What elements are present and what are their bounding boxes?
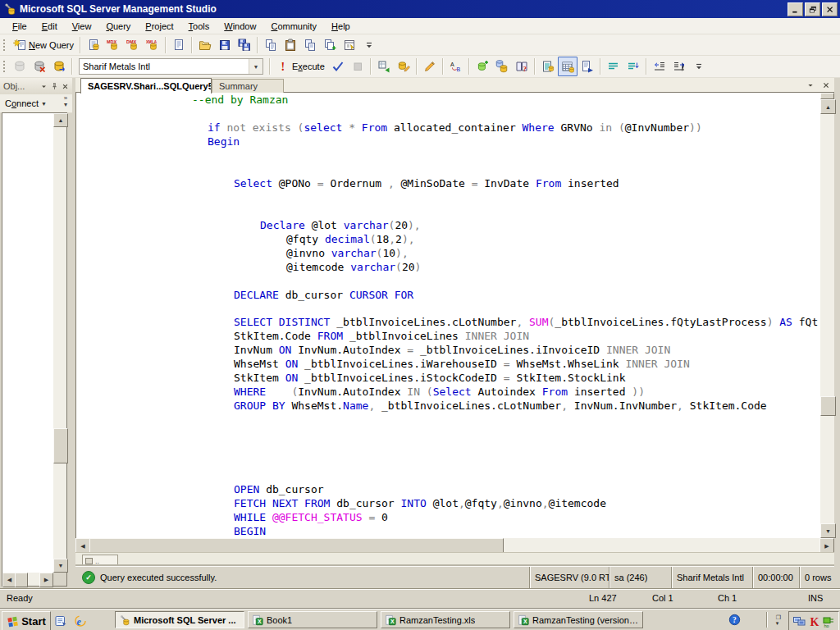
panel-close-icon[interactable]: [60, 81, 71, 92]
include-client-statistics-icon[interactable]: [492, 57, 512, 76]
menu-tools[interactable]: Tools: [181, 20, 217, 33]
query-options-icon[interactable]: ?: [512, 57, 532, 76]
internet-explorer-icon[interactable]: e: [72, 613, 88, 628]
split-window-handle[interactable]: [820, 93, 834, 99]
insert-mode-indicator: INS: [808, 593, 823, 603]
scroll-up-button[interactable]: [820, 99, 836, 114]
menu-view[interactable]: View: [65, 20, 99, 33]
show-desktop-icon[interactable]: [52, 613, 68, 628]
collapsed-pane-tab[interactable]: ..: [82, 555, 118, 566]
kaspersky-tray-icon[interactable]: K: [807, 614, 820, 628]
document-tab-1[interactable]: SAGESRV.Shari...SQLQuery5.sql*: [80, 78, 212, 94]
code-line: @invno varchar(10),: [286, 247, 409, 260]
results-pane-strip: ..: [75, 552, 834, 567]
menu-project[interactable]: Project: [138, 20, 180, 33]
scroll-up-button[interactable]: [53, 113, 68, 127]
minimize-button[interactable]: [788, 2, 803, 16]
menu-window[interactable]: Window: [217, 20, 263, 33]
toolbar-overflow-icon[interactable]: [359, 35, 379, 55]
results-to-text-icon[interactable]: [538, 57, 558, 76]
chevron-down-icon: ▼: [41, 101, 47, 107]
menu-query[interactable]: Query: [98, 20, 138, 33]
increase-indent-icon[interactable]: [669, 57, 689, 76]
new-xmla-query-icon[interactable]: XMLA: [143, 35, 162, 55]
decrease-indent-icon[interactable]: [650, 57, 669, 76]
menu-community[interactable]: Community: [263, 20, 324, 33]
open-folder-icon[interactable]: [195, 35, 215, 55]
panel-horizontal-scrollbar[interactable]: [2, 573, 53, 586]
code-line: Select @PONo = Ordernum , @MinSoDate = I…: [234, 177, 619, 190]
source-control-get-icon[interactable]: [261, 35, 281, 55]
close-document-icon[interactable]: [820, 80, 831, 90]
menu-edit[interactable]: Edit: [34, 20, 65, 33]
taskbar-task-2[interactable]: XBook1: [248, 611, 377, 628]
scroll-thumb[interactable]: [15, 573, 28, 587]
close-button[interactable]: [822, 2, 838, 16]
code-editor[interactable]: --end by Ramzanif not exists (select * F…: [75, 93, 820, 538]
results-to-file-icon[interactable]: [578, 57, 597, 76]
editor-horizontal-scrollbar[interactable]: [75, 538, 834, 552]
new-dmx-query-icon[interactable]: DMX: [123, 35, 143, 55]
uncomment-selection-icon[interactable]: [623, 57, 643, 76]
taskbar-task-4[interactable]: XRamzanTesting (version ...: [514, 611, 643, 628]
cancel-query-icon[interactable]: [348, 57, 368, 76]
pin-icon[interactable]: [49, 81, 60, 92]
database-selector[interactable]: Sharif Metals Intl▼: [79, 58, 263, 75]
line-indicator: Ln 427: [589, 593, 617, 603]
include-actual-plan-icon[interactable]: [472, 57, 492, 76]
properties-window-icon[interactable]: [340, 35, 359, 55]
svg-text:A: A: [450, 62, 454, 67]
scroll-down-button[interactable]: [53, 559, 68, 573]
design-query-in-editor-icon[interactable]: [420, 57, 440, 76]
execute-button[interactable]: !Execute: [273, 57, 328, 75]
code-line: BEGIN: [234, 525, 266, 538]
source-control-checkin-icon[interactable]: [300, 35, 320, 55]
code-line: @fqty decimal(18,2),: [286, 233, 415, 246]
editor-vertical-scrollbar[interactable]: [820, 93, 834, 538]
parse-query-icon[interactable]: [328, 57, 348, 76]
open-file-icon[interactable]: [169, 35, 189, 55]
panel-menu-icon[interactable]: [39, 81, 49, 92]
change-connection-icon[interactable]: [49, 57, 69, 76]
taskbar-task-1[interactable]: Microsoft SQL Server ...: [115, 611, 244, 628]
disconnect-icon[interactable]: [30, 57, 49, 76]
network-computers-tray-icon[interactable]: [792, 614, 806, 628]
panel-toolbar-overflow[interactable]: »▾: [61, 95, 71, 108]
scroll-thumb[interactable]: [53, 428, 68, 463]
toolbar-overflow-icon[interactable]: [689, 57, 709, 76]
tray-chevron-button[interactable]: ❐▾: [772, 613, 785, 628]
comment-selection-icon[interactable]: [604, 57, 623, 76]
menu-file[interactable]: File: [5, 20, 34, 33]
scroll-right-button[interactable]: [39, 573, 53, 587]
active-files-dropdown-icon[interactable]: [805, 80, 815, 90]
display-estimated-plan-icon[interactable]: [374, 57, 394, 76]
hp-network-tray-icon[interactable]: hp: [822, 614, 835, 628]
save-all-icon[interactable]: [235, 35, 254, 55]
new-query-button[interactable]: New Query: [10, 36, 77, 54]
scroll-down-button[interactable]: [820, 523, 836, 538]
source-control-checkout-icon[interactable]: [281, 35, 300, 55]
analyze-query-in-dta-icon[interactable]: [394, 57, 413, 76]
new-database-engine-query-icon[interactable]: [84, 35, 103, 55]
scroll-thumb[interactable]: [820, 396, 836, 416]
results-to-grid-icon[interactable]: [558, 57, 578, 76]
help-tray-icon[interactable]: ?: [728, 614, 741, 626]
new-mdx-query-icon[interactable]: MDX: [103, 35, 123, 55]
menu-help[interactable]: Help: [324, 20, 358, 33]
connect-button[interactable]: Connect▼: [2, 97, 50, 110]
object-explorer-tree[interactable]: [2, 112, 67, 587]
document-tab-2[interactable]: Summary: [212, 79, 284, 93]
save-icon[interactable]: [215, 35, 235, 55]
specify-template-values-icon[interactable]: AB: [446, 57, 466, 76]
code-line: GROUP BY WhseMst.Name, _btblInvoiceLines…: [234, 399, 767, 413]
database-selector-value: Sharif Metals Intl: [80, 62, 249, 71]
combo-dropdown-icon[interactable]: ▼: [249, 59, 262, 74]
taskbar-task-3[interactable]: XRamzanTesting.xls: [381, 611, 510, 628]
start-button[interactable]: Start: [2, 611, 51, 630]
restore-button[interactable]: [805, 2, 820, 16]
panel-vertical-scrollbar[interactable]: [53, 113, 66, 573]
connect-icon[interactable]: [10, 57, 30, 76]
svg-text:X: X: [523, 619, 527, 624]
svg-text:X: X: [258, 619, 262, 624]
source-control-add-icon[interactable]: [320, 35, 340, 55]
